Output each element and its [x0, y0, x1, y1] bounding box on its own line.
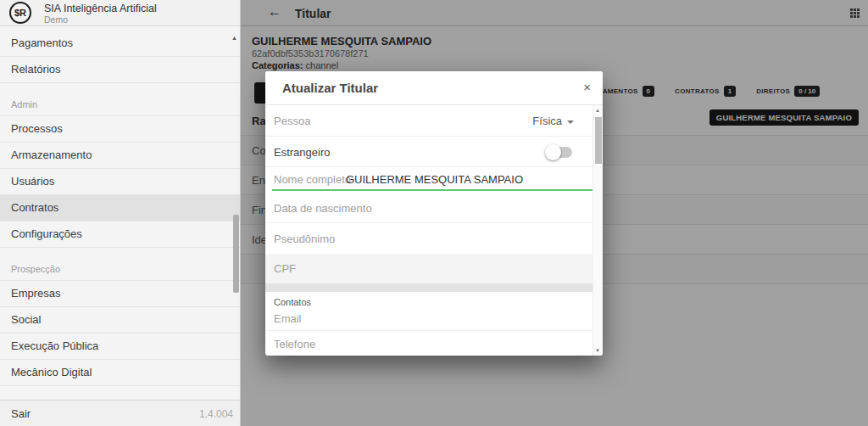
pessoa-field-row: Pessoa Física — [265, 105, 593, 137]
app-version: 1.4.004 — [199, 408, 233, 420]
pseudonimo-field-row: Pseudônimo — [265, 223, 593, 254]
sidebar-item-social[interactable]: Social — [0, 307, 240, 334]
sidebar-item-contratos[interactable]: Contratos — [0, 195, 240, 221]
cpf-field-row: CPF — [265, 254, 593, 283]
toggle-knob — [545, 144, 561, 160]
estrangeiro-label: Estrangeiro — [274, 146, 330, 159]
pessoa-selected-value: Física — [532, 115, 562, 127]
sidebar-section-admin: Admin — [0, 83, 240, 116]
email-field-row: Email — [265, 307, 593, 331]
pseudonimo-input[interactable]: Pseudônimo — [274, 233, 335, 245]
sidebar-item-processos[interactable]: Processos — [0, 116, 240, 143]
email-input[interactable]: Email — [274, 312, 302, 325]
telefone-field-row: Telefone — [265, 331, 593, 352]
nascimento-input[interactable]: Data de nascimento — [274, 202, 372, 215]
app-subtitle: Demo — [44, 14, 68, 25]
dialog-header: Atualizar Titular × — [265, 71, 603, 105]
sidebar-item-execucao-publica[interactable]: Execução Pública — [0, 334, 240, 360]
dialog-body: Pessoa Física Estrangeiro Nome completo … — [265, 105, 593, 356]
sidebar-header: $R SIA Inteligência Artificial Demo — [0, 0, 240, 26]
sidebar-item-relatorios[interactable]: Relatórios — [0, 57, 240, 83]
sidebar-section-prospeccao: Prospecção — [0, 248, 240, 281]
nome-input[interactable]: GUILHERME MESQUITA SAMPAIO — [346, 173, 523, 186]
section-divider — [265, 283, 593, 292]
sidebar-item-empresas[interactable]: Empresas — [0, 281, 240, 307]
chevron-down-icon — [567, 121, 574, 124]
sidebar-nav: Pagamentos Relatórios Admin Processos Ar… — [0, 26, 240, 400]
sidebar-item-usuarios[interactable]: Usuários — [0, 169, 240, 195]
nome-label: Nome completo — [274, 173, 351, 186]
estrangeiro-toggle[interactable] — [547, 147, 572, 158]
sidebar-footer: Sair 1.4.004 — [0, 400, 240, 426]
sidebar-scrollbar-thumb[interactable] — [233, 215, 239, 293]
pessoa-label: Pessoa — [274, 115, 310, 127]
contatos-section-label: Contatos — [265, 292, 593, 307]
sidebar: $R SIA Inteligência Artificial Demo Paga… — [0, 0, 241, 426]
dialog-scrollbar[interactable]: ▲ ▼ — [593, 105, 603, 356]
close-icon[interactable]: × — [583, 80, 591, 94]
sidebar-item-mecanico-digital[interactable]: Mecânico Digital — [0, 360, 240, 386]
estrangeiro-field-row: Estrangeiro — [265, 137, 593, 167]
update-titular-dialog: Atualizar Titular × Pessoa Física Estran… — [265, 71, 603, 356]
sidebar-item-configuracoes[interactable]: Configurações — [0, 221, 240, 248]
pessoa-select[interactable]: Física — [532, 115, 574, 127]
logout-button[interactable]: Sair — [11, 407, 31, 420]
app-title: SIA Inteligência Artificial — [44, 3, 157, 14]
telefone-input[interactable]: Telefone — [274, 338, 315, 350]
dialog-scrollbar-thumb[interactable] — [595, 117, 602, 164]
scroll-down-icon[interactable]: ▼ — [595, 348, 600, 353]
dialog-title: Atualizar Titular — [282, 81, 378, 95]
cpf-input[interactable]: CPF — [274, 262, 296, 275]
scroll-up-icon[interactable]: ▲ — [595, 108, 600, 113]
nascimento-field-row: Data de nascimento — [265, 191, 593, 223]
app-window: $R SIA Inteligência Artificial Demo Paga… — [0, 0, 868, 426]
sidebar-item-armazenamento[interactable]: Armazenamento — [0, 143, 240, 169]
brand-logo-icon: $R — [9, 2, 31, 24]
sidebar-scroll-up-icon[interactable]: ▲ — [231, 35, 237, 41]
sidebar-item-pagamentos[interactable]: Pagamentos — [0, 31, 240, 57]
nome-field-row: Nome completo GUILHERME MESQUITA SAMPAIO — [265, 167, 593, 191]
